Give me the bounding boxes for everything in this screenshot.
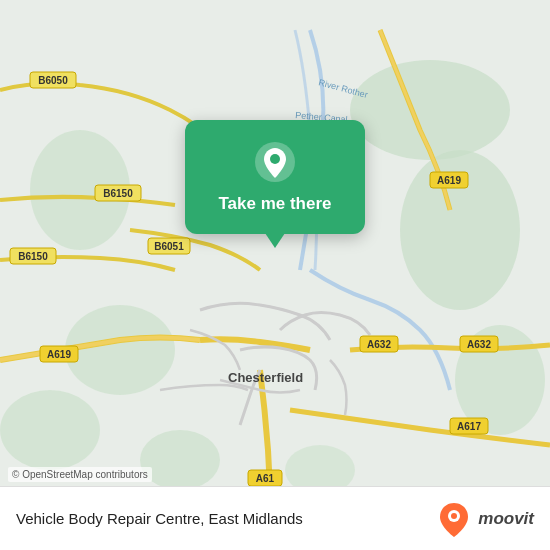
svg-text:B6050: B6050 (38, 75, 68, 86)
svg-point-34 (451, 513, 457, 519)
svg-text:B6150: B6150 (18, 251, 48, 262)
svg-point-32 (270, 154, 280, 164)
moovit-icon (436, 501, 472, 537)
svg-text:A632: A632 (367, 339, 391, 350)
moovit-text: moovit (478, 509, 534, 529)
moovit-logo: moovit (434, 499, 534, 539)
svg-point-6 (140, 430, 220, 490)
svg-text:A619: A619 (47, 349, 71, 360)
svg-text:B6051: B6051 (154, 241, 184, 252)
take-me-there-card[interactable]: Take me there (185, 120, 365, 234)
svg-point-4 (0, 390, 100, 470)
svg-text:A617: A617 (457, 421, 481, 432)
take-me-there-label: Take me there (218, 194, 331, 214)
svg-point-0 (350, 60, 510, 160)
svg-text:B6150: B6150 (103, 188, 133, 199)
svg-text:A619: A619 (437, 175, 461, 186)
map-container: B6050 B6150 B6150 B6051 A619 A619 A632 A… (0, 0, 550, 550)
svg-text:A632: A632 (467, 339, 491, 350)
location-pin-icon (253, 140, 297, 184)
svg-text:River Rother: River Rother (317, 77, 368, 100)
osm-attribution: © OpenStreetMap contributors (8, 467, 152, 482)
svg-text:Chesterfield: Chesterfield (228, 370, 303, 385)
place-name: Vehicle Body Repair Centre, East Midland… (16, 510, 303, 527)
svg-point-3 (65, 305, 175, 395)
svg-text:A61: A61 (256, 473, 275, 484)
bottom-bar: Vehicle Body Repair Centre, East Midland… (0, 486, 550, 550)
